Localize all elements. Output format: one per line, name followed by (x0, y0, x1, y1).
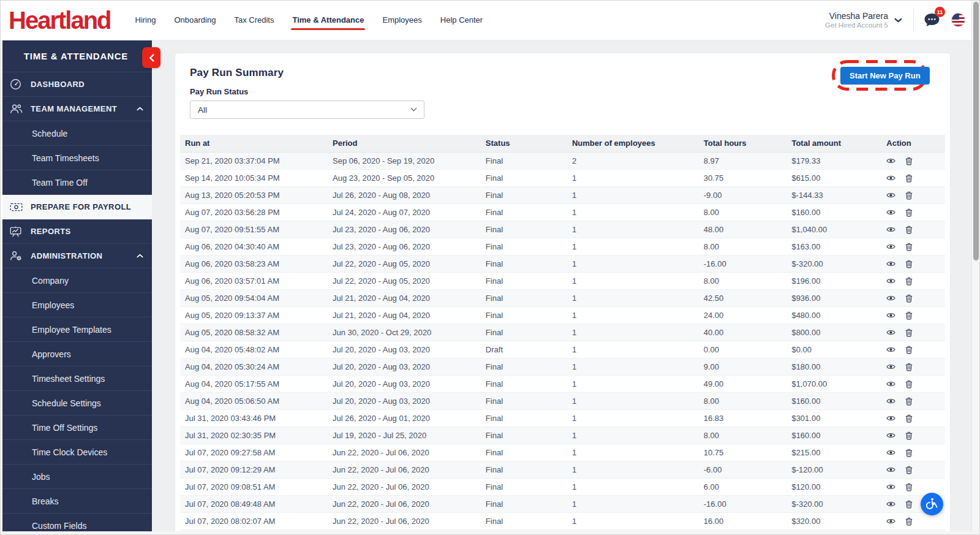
view-icon[interactable] (886, 278, 895, 284)
delete-icon[interactable] (905, 311, 913, 320)
cell-total-hours: 8.00 (699, 272, 787, 289)
sidebar-item-label: DASHBOARD (31, 80, 85, 89)
cell-status: Final (481, 444, 567, 461)
delete-icon[interactable] (905, 397, 913, 406)
nav-item-onboarding[interactable]: Onboarding (174, 0, 216, 40)
sidebar-item-team-timesheets[interactable]: Team Timesheets (0, 146, 152, 170)
sidebar-item-approvers[interactable]: Approvers (0, 342, 152, 366)
view-icon[interactable] (886, 226, 895, 233)
delete-icon[interactable] (905, 226, 913, 234)
nav-item-time-attendance[interactable]: Time & Attendance (292, 0, 364, 40)
delete-icon[interactable] (905, 243, 913, 251)
scrollbar-thumb[interactable] (973, 2, 979, 260)
view-icon[interactable] (886, 260, 895, 267)
sidebar-item-dashboard[interactable]: DASHBOARD (0, 72, 152, 97)
sidebar-item-team-time-off[interactable]: Team Time Off (0, 170, 152, 195)
delete-icon[interactable] (905, 431, 913, 440)
cell-number-of-employees: 1 (567, 392, 699, 409)
cell-run-at: Aug 05, 2020 09:54:04 AM (180, 289, 328, 306)
nav-item-hiring[interactable]: Hiring (135, 0, 156, 40)
heartland-logo[interactable]: Heartland (9, 8, 111, 32)
view-icon[interactable] (886, 398, 895, 404)
cell-status: Final (481, 358, 567, 375)
delete-icon[interactable] (905, 449, 913, 457)
sidebar-item-time-off-settings[interactable]: Time Off Settings (0, 415, 152, 440)
cell-total-hours: -6.00 (699, 461, 787, 478)
sidebar-item-schedule[interactable]: Schedule (0, 121, 152, 146)
view-icon[interactable] (886, 466, 895, 473)
sidebar-item-label: Time Off Settings (32, 423, 97, 433)
user-menu[interactable]: Vinesha Parera Get Hired Account 5 (825, 11, 902, 29)
delete-icon[interactable] (905, 208, 913, 217)
sidebar-item-employee-templates[interactable]: Employee Templates (0, 317, 152, 342)
delete-icon[interactable] (905, 483, 913, 491)
nav-item-employees[interactable]: Employees (382, 0, 421, 40)
cell-period: Jul 20, 2020 - Aug 03, 2020 (328, 375, 481, 392)
chevron-down-icon[interactable] (894, 18, 902, 23)
cell-total-hours: -9.00 (699, 186, 787, 203)
view-icon[interactable] (886, 243, 895, 250)
us-flag-icon[interactable] (951, 13, 965, 27)
delete-icon[interactable] (905, 328, 913, 337)
page-scrollbar[interactable] (971, 0, 980, 535)
delete-icon[interactable] (905, 414, 913, 423)
accessibility-button[interactable] (921, 493, 943, 515)
view-icon[interactable] (886, 518, 895, 525)
sidebar-item-prepare-for-payroll[interactable]: PREPARE FOR PAYROLL (0, 195, 152, 219)
view-icon[interactable] (886, 363, 895, 370)
view-icon[interactable] (886, 501, 895, 507)
delete-icon[interactable] (905, 174, 913, 183)
cell-period: Jun 30, 2020 - Oct 29, 2020 (328, 324, 481, 341)
start-new-pay-run-button[interactable]: Start New Pay Run (840, 67, 930, 85)
delete-icon[interactable] (905, 380, 913, 389)
view-icon[interactable] (886, 484, 895, 490)
sidebar-item-timesheet-settings[interactable]: Timesheet Settings (0, 366, 152, 391)
sidebar-item-schedule-settings[interactable]: Schedule Settings (0, 391, 152, 415)
sidebar-item-breaks[interactable]: Breaks (0, 489, 152, 514)
delete-icon[interactable] (905, 346, 913, 354)
cell-total-amount: $480.00 (786, 306, 881, 324)
pay-run-status-select[interactable]: All (190, 101, 424, 119)
admin-icon (10, 251, 24, 261)
cell-action (881, 427, 945, 444)
nav-item-help-center[interactable]: Help Center (440, 0, 483, 40)
delete-icon[interactable] (905, 260, 913, 268)
view-icon[interactable] (886, 295, 895, 302)
chat-icon[interactable]: 11 (924, 12, 940, 28)
chevron-up-icon[interactable] (137, 107, 143, 111)
view-icon[interactable] (886, 192, 895, 199)
cell-action (881, 152, 945, 169)
view-icon[interactable] (886, 312, 895, 319)
delete-icon[interactable] (905, 157, 913, 165)
sidebar-item-administration[interactable]: ADMINISTRATION (0, 244, 152, 268)
cell-total-amount: $615.00 (786, 169, 881, 186)
cell-status: Final (481, 272, 567, 289)
delete-icon[interactable] (905, 294, 913, 303)
sidebar-item-employees[interactable]: Employees (0, 293, 152, 317)
table-row: Jul 07, 2020 09:08:51 AMJun 22, 2020 - J… (180, 478, 945, 495)
view-icon[interactable] (886, 346, 895, 353)
sidebar-item-reports[interactable]: REPORTS (0, 219, 152, 244)
sidebar-item-team-management[interactable]: TEAM MANAGEMENT (0, 97, 152, 121)
sidebar-collapse-button[interactable] (142, 47, 160, 68)
view-icon[interactable] (886, 157, 895, 164)
sidebar-item-time-clock-devices[interactable]: Time Clock Devices (0, 440, 152, 465)
chevron-up-icon[interactable] (137, 254, 143, 258)
view-icon[interactable] (886, 381, 895, 387)
delete-icon[interactable] (905, 517, 913, 526)
delete-icon[interactable] (905, 191, 913, 200)
view-icon[interactable] (886, 449, 895, 456)
nav-item-tax-credits[interactable]: Tax Credits (234, 0, 274, 40)
notification-badge: 11 (935, 7, 945, 17)
delete-icon[interactable] (905, 277, 913, 286)
sidebar-item-jobs[interactable]: Jobs (0, 465, 152, 489)
view-icon[interactable] (886, 329, 895, 336)
sidebar-item-company[interactable]: Company (0, 268, 152, 293)
delete-icon[interactable] (905, 500, 913, 509)
view-icon[interactable] (886, 432, 895, 439)
view-icon[interactable] (886, 209, 895, 216)
delete-icon[interactable] (905, 363, 913, 371)
view-icon[interactable] (886, 175, 895, 181)
delete-icon[interactable] (905, 466, 913, 474)
view-icon[interactable] (886, 415, 895, 422)
